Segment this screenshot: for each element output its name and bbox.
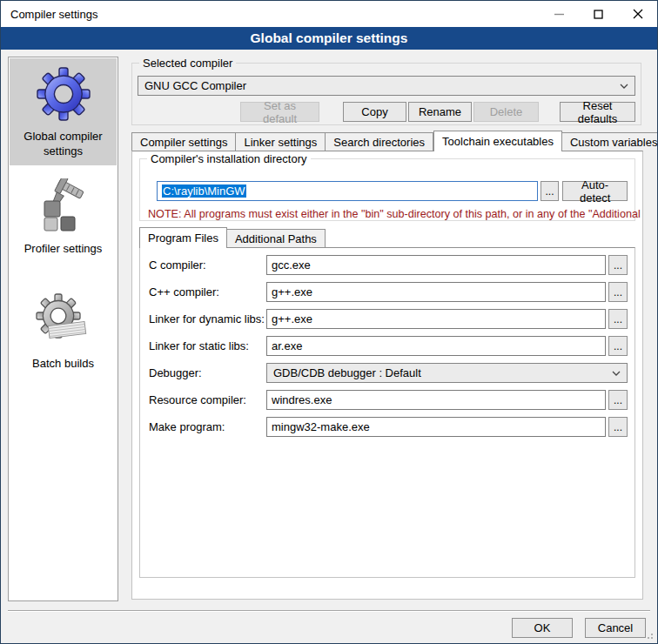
rename-button[interactable]: Rename xyxy=(408,102,472,122)
footer-divider xyxy=(8,610,650,612)
settings-category-list: Global compiler settings Profiler settin… xyxy=(8,57,118,601)
make-program-input[interactable] xyxy=(266,417,606,437)
static-linker-input[interactable] xyxy=(266,336,606,356)
dynamic-linker-browse-button[interactable]: ... xyxy=(608,309,628,329)
cpp-compiler-input[interactable] xyxy=(266,282,606,302)
toolchain-executables-page: Compiler's installation directory C:\ray… xyxy=(131,151,643,600)
close-button[interactable] xyxy=(618,1,657,27)
compiler-buttons-row: Set as default Copy Rename Delete Reset … xyxy=(138,102,635,122)
dynamic-linker-row: Linker for dynamic libs: ... xyxy=(149,309,628,329)
chevron-down-icon xyxy=(620,84,628,89)
sidebar-item-global-compiler-settings[interactable]: Global compiler settings xyxy=(10,58,117,165)
profiler-caliper-icon xyxy=(36,178,91,234)
auto-detect-button[interactable]: Auto-detect xyxy=(562,181,628,201)
titlebar[interactable]: Compiler settings xyxy=(1,1,657,27)
field-label: C compiler: xyxy=(149,258,266,272)
executables-subtabstrip: Program Files Additional Paths xyxy=(139,226,635,247)
debugger-row: Debugger: GDB/CDB debugger : Default xyxy=(149,363,628,383)
cpp-compiler-browse-button[interactable]: ... xyxy=(608,282,628,302)
field-label: Linker for dynamic libs: xyxy=(149,312,266,325)
bin-subdirectory-note: NOTE: All programs must exist either in … xyxy=(148,208,641,220)
maximize-button[interactable] xyxy=(579,1,618,27)
c-compiler-browse-button[interactable]: ... xyxy=(608,255,628,275)
group-label: Selected compiler xyxy=(139,57,236,70)
banner-title: Global compiler settings xyxy=(251,30,408,46)
resource-compiler-browse-button[interactable]: ... xyxy=(608,390,628,410)
make-program-browse-button[interactable]: ... xyxy=(608,417,628,437)
copy-button[interactable]: Copy xyxy=(343,102,406,122)
make-program-row: Make program: ... xyxy=(149,417,628,437)
installation-directory-row: C:\raylib\MinGW ... Auto-detect xyxy=(157,181,628,201)
minimize-icon xyxy=(554,10,564,19)
minimize-button[interactable] xyxy=(540,1,579,27)
reset-defaults-button[interactable]: Reset defaults xyxy=(560,102,635,122)
tab-compiler-settings[interactable]: Compiler settings xyxy=(131,132,236,151)
close-icon xyxy=(633,9,643,19)
resource-compiler-row: Resource compiler: ... xyxy=(149,390,628,410)
cpp-compiler-row: C++ compiler: ... xyxy=(149,282,628,302)
field-label: Make program: xyxy=(149,420,266,433)
field-label: Linker for static libs: xyxy=(149,339,266,352)
maximize-icon xyxy=(594,10,603,19)
cancel-button[interactable]: Cancel xyxy=(585,618,646,638)
c-compiler-row: C compiler: ... xyxy=(149,255,628,275)
subtab-additional-paths[interactable]: Additional Paths xyxy=(227,229,326,247)
field-label: C++ compiler: xyxy=(149,285,266,299)
c-compiler-input[interactable] xyxy=(266,255,606,275)
dialog-banner: Global compiler settings xyxy=(1,27,657,50)
tab-search-directories[interactable]: Search directories xyxy=(326,132,433,151)
static-linker-browse-button[interactable]: ... xyxy=(608,336,628,356)
sidebar-item-label: Batch builds xyxy=(32,356,94,371)
field-label: Resource compiler: xyxy=(149,393,266,406)
sidebar-item-label: Profiler settings xyxy=(24,241,103,256)
subtab-program-files[interactable]: Program Files xyxy=(139,227,227,248)
browse-directory-button[interactable]: ... xyxy=(540,181,560,201)
dynamic-linker-input[interactable] xyxy=(266,309,606,329)
chevron-down-icon xyxy=(612,371,621,376)
executables-subnotebook: Program Files Additional Paths C compile… xyxy=(139,226,635,578)
sidebar-item-label: Global compiler settings xyxy=(11,129,115,158)
tab-toolchain-executables[interactable]: Toolchain executables xyxy=(433,131,562,151)
window-title: Compiler settings xyxy=(1,8,97,21)
main-panel: Selected compiler GNU GCC Compiler Set a… xyxy=(131,57,643,125)
compiler-select-value: GNU GCC Compiler xyxy=(144,79,246,92)
caption-buttons xyxy=(540,1,657,27)
installation-directory-input[interactable]: C:\raylib\MinGW xyxy=(157,181,538,201)
tab-linker-settings[interactable]: Linker settings xyxy=(236,132,326,151)
static-linker-row: Linker for static libs: ... xyxy=(149,336,628,356)
ok-button[interactable]: OK xyxy=(512,618,573,638)
debugger-select[interactable]: GDB/CDB debugger : Default xyxy=(266,363,628,383)
blue-gear-icon xyxy=(36,66,91,122)
batch-builds-icon xyxy=(36,293,91,349)
program-files-page: C compiler: ... C++ compiler: ... Linker… xyxy=(139,247,635,578)
sidebar-item-profiler-settings[interactable]: Profiler settings xyxy=(9,171,118,263)
tab-custom-variables[interactable]: Custom variables xyxy=(562,132,658,151)
debugger-select-value: GDB/CDB debugger : Default xyxy=(273,366,421,379)
compiler-settings-dialog: Compiler settings Global compiler settin… xyxy=(0,0,658,644)
compiler-select[interactable]: GNU GCC Compiler xyxy=(138,76,635,96)
field-label: Debugger: xyxy=(149,366,266,379)
set-as-default-button[interactable]: Set as default xyxy=(240,102,319,122)
resource-compiler-input[interactable] xyxy=(266,390,606,410)
settings-tabstrip: Compiler settings Linker settings Search… xyxy=(131,130,643,151)
selected-compiler-group: Selected compiler GNU GCC Compiler Set a… xyxy=(131,63,641,125)
delete-button[interactable]: Delete xyxy=(473,102,539,122)
selected-path-text: C:\raylib\MinGW xyxy=(162,184,246,198)
group-label: Compiler's installation directory xyxy=(147,152,311,165)
sidebar-item-batch-builds[interactable]: Batch builds xyxy=(9,285,118,378)
resize-grip[interactable] xyxy=(645,631,654,640)
installation-directory-group: Compiler's installation directory C:\ray… xyxy=(139,158,635,221)
